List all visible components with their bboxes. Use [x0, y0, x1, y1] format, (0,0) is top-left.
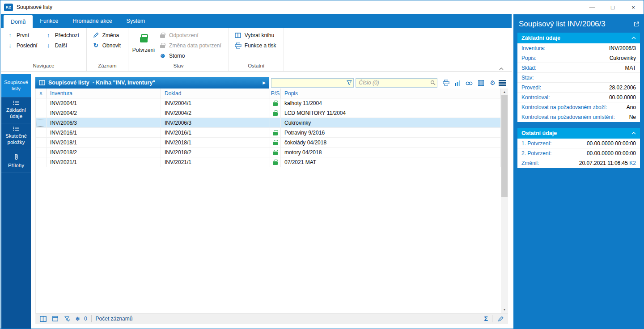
sidebar-item-zakladni-udaje[interactable]: Základní údaje [1, 97, 31, 123]
change-button[interactable]: Změna [89, 30, 125, 40]
last-label: Poslední [17, 42, 38, 49]
gear-icon[interactable]: ⚙ [488, 79, 496, 87]
ribbon-collapse-chevron-icon[interactable] [499, 67, 504, 70]
table-row[interactable]: INV/2004/1 INV/2004/1 kalhoty 11/2004 [36, 98, 501, 108]
field-value: 00.00.0000 00:00:00 [587, 140, 636, 147]
row-state-cell [36, 128, 47, 137]
unconfirm-button[interactable]: Odpotvrzení [156, 30, 226, 40]
field-value: 00.00.0000 [609, 94, 636, 101]
storno-button[interactable]: ⊗ Storno [156, 51, 226, 61]
first-button[interactable]: ↑ První [4, 30, 42, 40]
table-row[interactable]: INV/2021/1 INV/2021/1 07/2021 MAT [36, 157, 501, 167]
storno-label: Storno [169, 53, 185, 59]
row-state-cell [36, 157, 47, 167]
cell-doklad: INV/2021/1 [161, 157, 270, 167]
search-input[interactable] [356, 78, 437, 88]
scroll-up-icon[interactable]: ▲ [501, 89, 508, 95]
next-button[interactable]: ↓ Další [42, 40, 84, 51]
detail-row: Provedl: 28.02.2006 [517, 83, 640, 93]
sidebar-item-prilohy[interactable]: Přílohy [1, 149, 31, 173]
select-book-button[interactable]: Vybrat knihu [232, 30, 281, 40]
column-header-doklad[interactable]: Doklad [161, 89, 270, 98]
field-label: Kontroloval: [521, 94, 550, 101]
lock-green-icon [273, 160, 278, 165]
column-header-ps[interactable]: P/S [270, 89, 281, 98]
field-label: Kontrolovat na požadovaném zboží: [521, 104, 607, 110]
card-header-zakladni[interactable]: Základní údaje [517, 33, 640, 43]
scrollbar-thumb[interactable] [501, 95, 508, 197]
table-row[interactable]: INV/2004/2 INV/2004/2 LCD MONITORY 11/20… [36, 108, 501, 118]
hamburger-icon [499, 80, 506, 86]
column-header-s[interactable]: s [36, 89, 47, 98]
tab-system[interactable]: Systém [119, 14, 153, 28]
refresh-label: Obnovit [102, 42, 121, 49]
detail-row: Sklad: MAT [517, 63, 640, 73]
grid-header: s Inventura Doklad P/S Popis [36, 89, 501, 98]
refresh-button[interactable]: ↻ Obnovit [89, 40, 125, 51]
columns-icon[interactable] [477, 79, 485, 87]
previous-button[interactable]: ↑ Předchozí [42, 30, 84, 40]
detail-row: Změnil: 20.07.2021 11:06:45 K2 [517, 158, 640, 168]
sidebar-item-label: Přílohy [8, 162, 24, 169]
tab-hromadne-akce[interactable]: Hromadné akce [65, 14, 119, 28]
ribbon-group-stav: Potvrzení Odpotvrzení Změna data potvrze… [128, 28, 229, 71]
cell-popis: 07/2021 MAT [281, 157, 501, 167]
filter-edit-icon[interactable] [63, 315, 71, 323]
vertical-scrollbar[interactable]: ▲ ▼ [501, 89, 508, 313]
sidebar-item-skutecne-polozky[interactable]: Skutečné položky [1, 123, 31, 149]
scroll-down-icon[interactable]: ▼ [501, 306, 508, 313]
confirm-button[interactable]: Potvrzení [131, 30, 156, 63]
table-row[interactable]: INV/2016/1 INV/2016/1 Potraviny 9/2016 [36, 128, 501, 138]
panes-icon[interactable] [39, 315, 47, 323]
edit-pencil-icon[interactable] [496, 315, 504, 323]
open-in-window-icon[interactable] [633, 21, 640, 27]
binoculars-icon[interactable] [465, 79, 473, 87]
cell-inventura: INV/2018/1 [47, 138, 161, 147]
change-confirm-date-button[interactable]: Změna data potvrzení [156, 40, 226, 51]
tab-funkce[interactable]: Funkce [33, 14, 65, 28]
cell-inventura: INV/2004/2 [47, 108, 161, 118]
column-header-popis[interactable]: Popis [281, 89, 501, 98]
frozen-count: 0 [84, 316, 87, 322]
functions-print-button[interactable]: Funkce a tisk [232, 40, 281, 51]
last-button[interactable]: ↓ Poslední [4, 40, 42, 51]
cell-doklad: INV/2004/1 [161, 98, 270, 108]
arrow-up-icon: ↑ [45, 32, 52, 38]
chart-icon[interactable] [453, 79, 462, 87]
record-count-label: Počet záznamů [96, 316, 133, 322]
book-title-bar[interactable]: Soupisové listy - Kniha "INV, Inventury"… [35, 77, 269, 89]
ribbon-group-zaznam: Změna ↻ Obnovit Záznam [87, 28, 128, 71]
title-expand-arrow-icon[interactable]: ▶ [263, 80, 266, 85]
card-zakladni-udaje: Základní údaje Inventura: INV/2006/3 Pop… [517, 33, 640, 122]
cell-ps [270, 148, 281, 157]
detail-row: 1. Potvrzení: 00.00.0000 00:00:00 [517, 139, 640, 148]
tab-domu[interactable]: Domů [4, 15, 33, 28]
filter-input[interactable] [271, 78, 354, 88]
table-row[interactable]: INV/2018/1 INV/2018/1 čokolády 04/2018 [36, 138, 501, 148]
maximize-button[interactable]: □ [602, 0, 623, 14]
list-icon [13, 101, 19, 105]
grid-body: INV/2004/1 INV/2004/1 kalhoty 11/2004 IN… [36, 98, 501, 313]
card-header-ostatni[interactable]: Ostatní údaje [517, 128, 640, 139]
detail-row: Inventura: INV/2006/3 [517, 43, 640, 53]
table-row-selected[interactable]: INV/2006/3 INV/2006/3 Cukrovinky [36, 118, 501, 128]
column-header-inventura[interactable]: Inventura [47, 89, 161, 98]
filter-funnel-icon[interactable] [347, 80, 352, 85]
sum-icon[interactable]: Σ [484, 315, 488, 322]
table-row[interactable]: INV/2018/2 INV/2018/2 motory 04/2018 [36, 148, 501, 157]
window-controls: — □ × [582, 0, 644, 14]
lock-green-icon [273, 101, 278, 106]
pencil-icon [92, 32, 100, 38]
search-icon[interactable] [430, 80, 436, 85]
print-icon[interactable] [442, 79, 450, 87]
snowflake-icon[interactable]: ❄ [75, 316, 80, 322]
close-button[interactable]: × [623, 0, 644, 14]
cell-doklad: INV/2018/2 [161, 148, 270, 157]
panel-icon[interactable] [51, 315, 59, 323]
minimize-button[interactable]: — [582, 0, 602, 14]
sidebar-item-soupisove-listy[interactable]: Soupisové listy [1, 74, 31, 97]
grid-tool-icons: ⚙ [442, 79, 496, 87]
field-value: MAT [625, 65, 636, 71]
chevron-up-icon [631, 132, 636, 135]
menu-button[interactable] [496, 80, 508, 86]
